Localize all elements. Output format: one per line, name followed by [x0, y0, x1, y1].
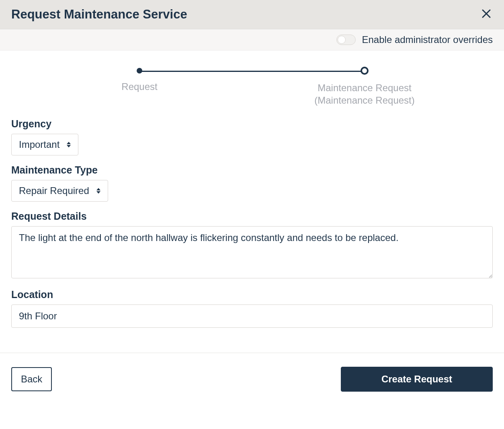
- step-sublabel: (Maintenance Request): [314, 95, 414, 106]
- back-button[interactable]: Back: [11, 367, 52, 391]
- dialog-header: Request Maintenance Service: [0, 0, 504, 29]
- field-maintenance-type: Maintenance Type Repair Required: [11, 164, 493, 202]
- close-icon: [481, 8, 491, 21]
- urgency-value: Important: [19, 139, 59, 150]
- select-caret-icon: [96, 188, 100, 194]
- field-request-details: Request Details: [11, 210, 493, 280]
- field-location: Location: [11, 289, 493, 328]
- location-input[interactable]: [11, 304, 493, 328]
- maintenance-type-value: Repair Required: [19, 185, 89, 196]
- step-label: Maintenance Request: [318, 81, 411, 95]
- step-dot-active-icon: [137, 68, 142, 74]
- maintenance-type-select[interactable]: Repair Required: [11, 180, 108, 202]
- step-maintenance-request: Maintenance Request (Maintenance Request…: [304, 67, 425, 106]
- create-request-button[interactable]: Create Request: [341, 367, 493, 392]
- close-button[interactable]: [480, 8, 493, 20]
- field-urgency: Urgency Important: [11, 118, 493, 155]
- dialog-title: Request Maintenance Service: [11, 7, 187, 22]
- dialog-footer: Back Create Request: [0, 353, 504, 405]
- admin-override-bar: Enable administrator overrides: [0, 29, 504, 51]
- request-details-textarea[interactable]: [11, 226, 493, 278]
- select-caret-icon: [67, 142, 71, 147]
- stepper: Request Maintenance Request (Maintenance…: [0, 51, 504, 114]
- maintenance-type-label: Maintenance Type: [11, 164, 493, 176]
- urgency-label: Urgency: [11, 118, 493, 130]
- location-label: Location: [11, 289, 493, 300]
- step-request: Request: [79, 67, 200, 94]
- admin-override-toggle[interactable]: [336, 35, 356, 45]
- admin-override-label: Enable administrator overrides: [362, 34, 493, 45]
- step-dot-pending-icon: [361, 67, 369, 75]
- urgency-select[interactable]: Important: [11, 134, 78, 155]
- request-details-label: Request Details: [11, 210, 493, 222]
- step-connector: [139, 71, 365, 72]
- step-label: Request: [121, 80, 157, 94]
- toggle-knob: [338, 36, 346, 44]
- form-body: Urgency Important Maintenance Type Repai…: [0, 114, 504, 348]
